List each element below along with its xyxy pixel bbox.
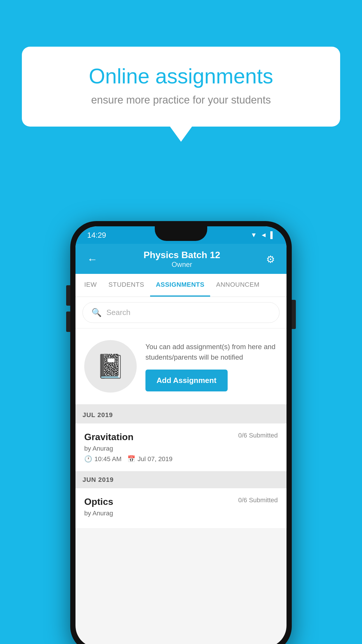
- phone-screen: 14:29 ▼ ◄ ▌ ← Physics Batch 12 Owner ⚙ I…: [75, 226, 287, 644]
- search-container: 🔍 Search: [75, 297, 287, 328]
- assignment-gravitation[interactable]: Gravitation 0/6 Submitted by Anurag 🕐 10…: [75, 424, 287, 471]
- gravitation-meta: 🕐 10:45 AM 📅 Jul 07, 2019: [84, 455, 278, 463]
- optics-by: by Anurag: [84, 510, 278, 517]
- tab-students[interactable]: STUDENTS: [103, 274, 150, 297]
- optics-row-top: Optics 0/6 Submitted: [84, 496, 278, 507]
- gravitation-time-item: 🕐 10:45 AM: [84, 455, 122, 463]
- optics-submitted: 0/6 Submitted: [238, 496, 278, 504]
- signal-icon: ◄: [261, 231, 267, 239]
- content-area: 🔍 Search 📓 You can add assignment(s) fro…: [75, 297, 287, 528]
- status-time: 14:29: [87, 231, 106, 240]
- tab-assignments[interactable]: ASSIGNMENTS: [150, 274, 210, 297]
- add-assignment-description: You can add assignment(s) from here and …: [145, 342, 278, 363]
- bubble-title: Online assignments: [42, 64, 320, 88]
- battery-icon: ▌: [270, 231, 275, 239]
- search-icon: 🔍: [92, 308, 102, 317]
- volume-down-button: [66, 312, 70, 332]
- header-title-group: Physics Batch 12 Owner: [143, 250, 220, 269]
- tab-announcements[interactable]: ANNOUNCEM: [210, 274, 265, 297]
- section-jul-2019: JUL 2019: [75, 407, 287, 424]
- power-button: [292, 300, 296, 329]
- tab-bar: IEW STUDENTS ASSIGNMENTS ANNOUNCEM: [75, 274, 287, 297]
- gravitation-by: by Anurag: [84, 445, 278, 452]
- volume-up-button: [66, 285, 70, 306]
- phone-notch: [155, 226, 207, 241]
- clock-icon: 🕐: [84, 455, 92, 463]
- header-title: Physics Batch 12: [143, 250, 220, 260]
- phone-shell: 14:29 ▼ ◄ ▌ ← Physics Batch 12 Owner ⚙ I…: [70, 221, 292, 644]
- assignment-name-gravitation: Gravitation: [84, 432, 133, 442]
- gravitation-submitted: 0/6 Submitted: [238, 432, 278, 439]
- assignment-optics[interactable]: Optics 0/6 Submitted by Anurag: [75, 488, 287, 528]
- calendar-icon: 📅: [127, 455, 135, 463]
- section-jun-2019: JUN 2019: [75, 471, 287, 488]
- status-icons: ▼ ◄ ▌: [251, 231, 275, 239]
- settings-icon[interactable]: ⚙: [266, 253, 275, 265]
- add-assignment-text-group: You can add assignment(s) from here and …: [145, 342, 278, 391]
- search-placeholder: Search: [106, 308, 130, 317]
- assignment-row-top: Gravitation 0/6 Submitted: [84, 432, 278, 442]
- add-assignment-button[interactable]: Add Assignment: [145, 370, 228, 391]
- promo-bubble: Online assignments ensure more practice …: [22, 47, 340, 127]
- notebook-icon: 📓: [96, 353, 125, 380]
- back-button[interactable]: ←: [87, 253, 98, 265]
- add-assignment-section: 📓 You can add assignment(s) from here an…: [75, 328, 287, 407]
- header-subtitle: Owner: [143, 260, 220, 269]
- gravitation-date: Jul 07, 2019: [138, 455, 173, 463]
- bubble-subtitle: ensure more practice for your students: [42, 94, 320, 106]
- gravitation-time: 10:45 AM: [94, 455, 122, 463]
- search-input[interactable]: 🔍 Search: [82, 302, 280, 323]
- assignment-icon-circle: 📓: [84, 340, 137, 393]
- wifi-icon: ▼: [251, 231, 257, 239]
- tab-iew[interactable]: IEW: [78, 274, 103, 297]
- assignment-name-optics: Optics: [84, 496, 113, 507]
- app-header: ← Physics Batch 12 Owner ⚙: [75, 244, 287, 274]
- gravitation-date-item: 📅 Jul 07, 2019: [127, 455, 173, 463]
